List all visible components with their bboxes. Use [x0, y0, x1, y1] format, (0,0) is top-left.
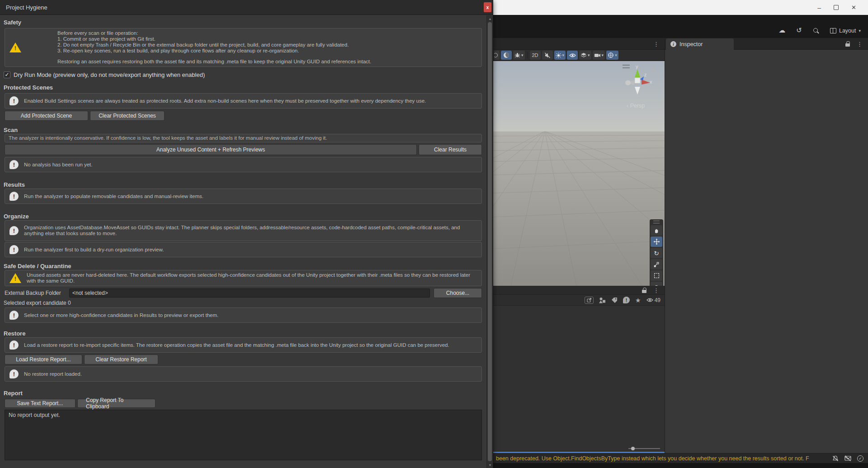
ph-titlebar[interactable]: Project Hygiene x	[0, 0, 493, 15]
ph-scrollbar[interactable]: ▲ ▼	[486, 15, 493, 468]
debug-validation-button[interactable]: ▾	[513, 51, 525, 60]
overlay-drag-handle[interactable]	[653, 221, 660, 223]
history-icon[interactable]: ↺	[796, 27, 802, 34]
backup-folder-label: External Backup Folder	[5, 290, 66, 296]
axis-z-label[interactable]: z	[644, 72, 647, 77]
eye-icon	[569, 53, 576, 58]
visibility-count[interactable]: 49	[646, 297, 660, 303]
section-heading-safe-delete: Safe Delete / Quarantine	[4, 263, 486, 270]
status-icons: ✓	[832, 455, 868, 462]
tab-inspector[interactable]: i Inspector	[666, 38, 734, 50]
info-icon: !	[9, 192, 19, 201]
search-icon[interactable]	[813, 28, 819, 34]
restore-info: Load a restore report to re-import speci…	[24, 342, 477, 348]
selected-export-count: Selected export candidate 0	[4, 299, 486, 307]
section-heading-report: Report	[4, 390, 486, 397]
camera-button[interactable]: ▾	[593, 51, 605, 60]
clear-results-button[interactable]: Clear Results	[419, 144, 482, 155]
gizmos-toggle[interactable]: ▾	[606, 51, 618, 60]
inspector-tab-label: Inspector	[679, 41, 703, 47]
transform-tool-button[interactable]: ⊕	[651, 282, 662, 286]
scene-viewport[interactable]: y x z ‹ Persp ↻	[493, 61, 665, 286]
section-heading-protected-scenes: Protected Scenes	[4, 84, 486, 91]
chevron-down-icon: ▾	[521, 53, 524, 57]
2d-toggle[interactable]: 2D	[530, 51, 541, 60]
messages-muted-icon[interactable]	[844, 455, 851, 461]
scroll-up-arrow[interactable]: ▲	[487, 15, 493, 22]
scene-orientation-gizmo[interactable]: y x z	[624, 66, 653, 104]
status-check-icon[interactable]: ✓	[857, 455, 863, 462]
add-protected-scene-button[interactable]: Add Protected Scene	[5, 111, 88, 121]
axis-x-label[interactable]: x	[650, 79, 652, 85]
layout-label: Layout	[839, 28, 856, 34]
rotate-tool-button[interactable]: ↻	[651, 248, 662, 258]
hand-tool-button[interactable]	[651, 225, 662, 236]
move-tool-button[interactable]	[651, 236, 662, 247]
kebab-menu-icon[interactable]: ⋮	[653, 41, 659, 47]
scale-tool-button[interactable]	[651, 259, 662, 269]
info-icon: !	[9, 245, 19, 254]
clear-restore-report-button[interactable]: Clear Restore Report	[84, 355, 158, 364]
dry-run-checkbox-row[interactable]: ✓ Dry Run Mode (preview only, do not mov…	[4, 71, 486, 79]
report-output-area[interactable]: No report output yet.	[5, 410, 482, 460]
shaded-sphere-toggle[interactable]	[501, 51, 512, 60]
check-icon: ✓	[5, 72, 9, 77]
console-status-message[interactable]: been deprecated. Use Object.FindObjectsB…	[493, 455, 832, 462]
unity-editor-window: – ✕ ☁ ↺ Layout ▾ ⋮ ▾	[493, 0, 868, 468]
axis-y-label[interactable]: y	[636, 64, 638, 69]
tag-icon[interactable]	[611, 297, 618, 303]
kebab-menu-icon[interactable]: ⋮	[653, 288, 659, 293]
workspace: ⋮ ▾ 2D ▾	[493, 38, 868, 453]
audio-mute-toggle[interactable]	[542, 51, 553, 60]
results-info: Run the analyzer to populate removable c…	[24, 194, 477, 199]
kebab-menu-icon[interactable]: ⋮	[857, 41, 863, 47]
window-minimize-button[interactable]: –	[817, 4, 821, 11]
inspector-tabbar: i Inspector ⋮	[665, 38, 868, 50]
scene-visibility-toggle[interactable]	[567, 51, 578, 60]
restore-helpbox: ! Load a restore report to re-import spe…	[5, 337, 482, 353]
gizmo-lock-icon[interactable]	[651, 67, 656, 72]
chevron-down-icon: ▾	[602, 53, 604, 57]
eye-icon	[646, 298, 653, 303]
cloud-icon[interactable]: ☁	[778, 27, 785, 34]
notifications-muted-icon[interactable]	[832, 455, 839, 462]
rect-tool-button[interactable]	[651, 270, 662, 281]
scrollbar-thumb[interactable]	[488, 22, 492, 461]
rect-icon	[654, 273, 659, 278]
rotate-icon: ↻	[654, 250, 659, 256]
lighting-toggle[interactable]: ▾	[554, 51, 566, 60]
choose-folder-button[interactable]: Choose...	[434, 288, 482, 298]
warning-icon	[9, 273, 21, 283]
info-icon: !	[9, 96, 19, 105]
layout-dropdown[interactable]: Layout ▾	[830, 28, 861, 34]
protected-scenes-buttons: Add Protected Scene Clear Protected Scen…	[5, 111, 482, 121]
scroll-down-arrow[interactable]: ▼	[487, 462, 493, 468]
lock-icon[interactable]	[642, 288, 646, 293]
alert-circle-icon[interactable]: !	[623, 297, 630, 303]
move-icon	[653, 238, 660, 245]
info-icon: !	[9, 226, 19, 235]
slider-knob[interactable]	[631, 447, 635, 450]
shading-mode-button[interactable]	[494, 51, 500, 60]
pop-out-button[interactable]	[585, 297, 594, 304]
clear-protected-scenes-button[interactable]: Clear Protected Scenes	[90, 111, 165, 121]
window-close-button[interactable]: ✕	[851, 4, 856, 11]
ph-close-button[interactable]: x	[484, 2, 491, 12]
prefab-shapes-icon[interactable]	[599, 297, 606, 303]
layers-button[interactable]: ▾	[579, 51, 591, 60]
half-circle-icon	[494, 53, 498, 57]
star-icon[interactable]: ★	[635, 297, 641, 303]
backup-folder-field[interactable]: <not selected>	[69, 288, 430, 298]
window-maximize-button[interactable]	[834, 5, 839, 10]
analyze-button[interactable]: Analyze Unused Content + Refresh Preview…	[5, 144, 417, 155]
perspective-label[interactable]: ‹ Persp	[627, 103, 645, 109]
size-slider[interactable]	[628, 447, 660, 450]
copy-report-button[interactable]: Copy Report To Clipboard	[77, 399, 156, 408]
lock-icon[interactable]	[845, 41, 850, 47]
scene-tabbar: ⋮	[493, 38, 665, 50]
checkbox-checked[interactable]: ✓	[4, 71, 10, 78]
save-text-report-button[interactable]: Save Text Report...	[5, 399, 75, 408]
load-restore-report-button[interactable]: Load Restore Report...	[5, 355, 82, 364]
axis-gizmo-icon	[624, 66, 653, 104]
chevron-down-icon: ▾	[562, 53, 565, 57]
